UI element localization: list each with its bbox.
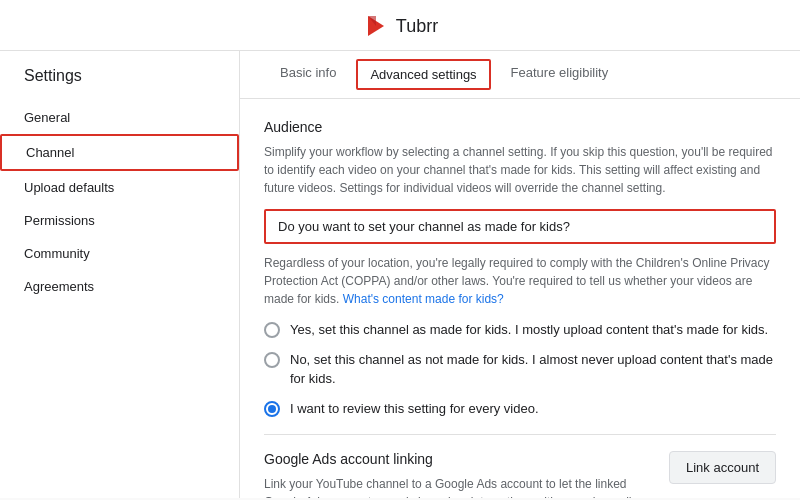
sidebar-item-agreements[interactable]: Agreements [0, 270, 239, 303]
tab-basic-info[interactable]: Basic info [264, 51, 352, 98]
top-bar: Tubrr [0, 0, 800, 51]
logo-text: Tubrr [396, 16, 438, 37]
audience-desc: Simplify your workflow by selecting a ch… [264, 143, 776, 197]
radio-option-yes-kids[interactable]: Yes, set this channel as made for kids. … [264, 320, 776, 340]
radio-yes-kids[interactable] [264, 322, 280, 338]
sidebar: Settings General Channel Upload defaults… [0, 51, 240, 498]
logo-container: Tubrr [362, 12, 438, 40]
tab-advanced-settings[interactable]: Advanced settings [356, 59, 490, 90]
sidebar-item-general[interactable]: General [0, 101, 239, 134]
ads-section: Google Ads account linking Link your You… [264, 451, 776, 498]
sidebar-item-permissions[interactable]: Permissions [0, 204, 239, 237]
coppa-text: Regardless of your location, you're lega… [264, 254, 776, 308]
kids-question-box: Do you want to set your channel as made … [264, 209, 776, 244]
whats-content-link[interactable]: What's content made for kids? [343, 292, 504, 306]
ads-desc: Link your YouTube channel to a Google Ad… [264, 475, 653, 498]
radio-option-no-kids[interactable]: No, set this channel as not made for kid… [264, 350, 776, 389]
ads-left: Google Ads account linking Link your You… [264, 451, 653, 498]
link-account-button[interactable]: Link account [669, 451, 776, 484]
radio-no-kids[interactable] [264, 352, 280, 368]
sidebar-item-channel[interactable]: Channel [0, 134, 239, 171]
sidebar-item-community[interactable]: Community [0, 237, 239, 270]
tabs-bar: Basic info Advanced settings Feature eli… [240, 51, 800, 99]
content-body: Audience Simplify your workflow by selec… [240, 99, 800, 498]
section-divider [264, 434, 776, 435]
audience-title: Audience [264, 119, 776, 135]
logo-icon [362, 12, 390, 40]
sidebar-title: Settings [0, 67, 239, 101]
radio-inner-selected [268, 405, 276, 413]
content-area: Basic info Advanced settings Feature eli… [240, 51, 800, 498]
radio-option-review-each[interactable]: I want to review this setting for every … [264, 399, 776, 419]
ads-title: Google Ads account linking [264, 451, 653, 467]
radio-review-each[interactable] [264, 401, 280, 417]
sidebar-item-upload-defaults[interactable]: Upload defaults [0, 171, 239, 204]
main-layout: Settings General Channel Upload defaults… [0, 51, 800, 498]
tab-feature-eligibility[interactable]: Feature eligibility [495, 51, 625, 98]
